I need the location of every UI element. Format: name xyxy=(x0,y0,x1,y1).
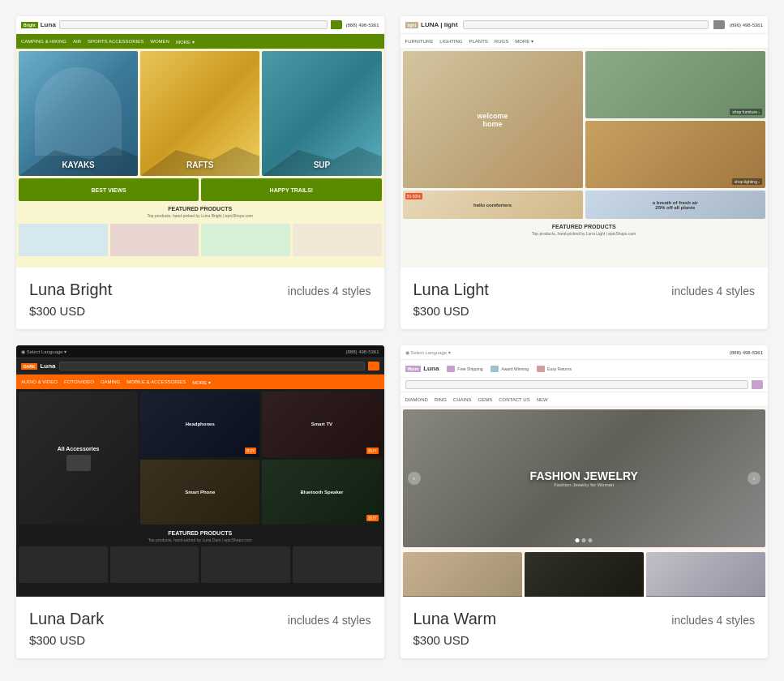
dark-cell-headphones: Headphones BUY xyxy=(140,392,259,457)
luna-warm-card[interactable]: ◉ Select Language ▾ (888) 498-5361 Warm … xyxy=(401,345,769,658)
dark-hero-main: All Accessories xyxy=(19,392,138,525)
light-top-bar: light LUNA | light (896) 498-5361 xyxy=(401,16,769,34)
light-title: Luna Light xyxy=(413,281,489,299)
bright-title-row: Luna Bright includes 4 styles xyxy=(29,281,371,299)
returns-icon xyxy=(537,366,545,372)
light-hero-main: welcomehome xyxy=(403,51,583,188)
dark-title: Luna Dark xyxy=(29,610,104,628)
warm-product-pendants: GOLD PENDANTS xyxy=(403,552,522,597)
warm-styles: includes 4 styles xyxy=(671,614,755,627)
bright-nav: CAMPING & HIKING AIR SPORTS ACCESSORIES … xyxy=(16,34,384,49)
dark-search xyxy=(59,362,365,370)
dark-hero: All Accessories Headphones BUY Smart TV … xyxy=(16,389,384,527)
luna-dark-card[interactable]: ◉ Select Language ▾ (888) 498-5361 DARK … xyxy=(16,345,384,658)
bright-banner: BEST VIEWS HAPPY TRAILS! xyxy=(16,178,384,201)
luna-warm-preview-area: ◉ Select Language ▾ (888) 498-5361 Warm … xyxy=(401,345,769,597)
light-logo: light LUNA | light xyxy=(405,21,458,28)
hero-kayaks: KAYAKS xyxy=(19,51,138,176)
warm-hero: ‹ FASHION JEWELRY Fashion Jewelry for Wo… xyxy=(403,409,766,547)
warm-price: $300 USD xyxy=(413,633,756,647)
warm-prev-arrow[interactable]: ‹ xyxy=(408,472,421,485)
warm-next-arrow[interactable]: › xyxy=(748,472,760,485)
dark-second-bar: DARK Luna xyxy=(16,358,384,375)
dark-top-bar: ◉ Select Language ▾ (888) 498-5361 xyxy=(16,345,384,358)
warm-logo: Warm Luna xyxy=(405,365,439,372)
dark-featured: FEATURED PRODUCTS Top products, hand-pic… xyxy=(16,527,384,544)
bright-price: $300 USD xyxy=(29,304,371,318)
warm-top-bar: ◉ Select Language ▾ (888) 498-5361 xyxy=(401,345,769,360)
warm-nav: DIAMOND RING CHAINS GEMS CONTACT US NEW xyxy=(401,392,769,407)
light-hero-side1: shop furniture › xyxy=(585,51,765,118)
product-grid: Bright Luna (888) 498-5361 CAMPING & HIK… xyxy=(0,0,784,675)
luna-bright-preview-area: Bright Luna (888) 498-5361 CAMPING & HIK… xyxy=(16,16,384,268)
warm-search xyxy=(405,380,749,389)
luna-dark-info: Luna Dark includes 4 styles $300 USD xyxy=(16,597,384,658)
luna-bright-mockup: Bright Luna (888) 498-5361 CAMPING & HIK… xyxy=(16,16,384,268)
luna-bright-card[interactable]: Bright Luna (888) 498-5361 CAMPING & HIK… xyxy=(16,16,384,329)
luna-warm-info: Luna Warm includes 4 styles $300 USD xyxy=(401,597,769,658)
dark-logo: DARK Luna xyxy=(21,362,56,370)
warm-product-rings: DIAMOND RINGS xyxy=(646,552,765,597)
shipping-icon xyxy=(447,366,455,372)
light-hero-side2: shop lighting › xyxy=(585,121,765,188)
dark-search-btn xyxy=(368,362,379,370)
warm-title-row: Luna Warm includes 4 styles xyxy=(413,610,756,628)
luna-light-mockup: light LUNA | light (896) 498-5361 FURNIT… xyxy=(401,16,769,268)
light-nav: FURNITURE LIGHTING PLANTS RUGS MORE ▾ xyxy=(401,34,769,49)
dark-products xyxy=(16,544,384,585)
dark-styles: includes 4 styles xyxy=(288,614,371,627)
dark-nav: AUDIO & VIDEO FOTO/VIDEO GAMING MOBILE &… xyxy=(16,375,384,389)
luna-light-info: Luna Light includes 4 styles $300 USD xyxy=(401,268,769,329)
luna-light-card[interactable]: light LUNA | light (896) 498-5361 FURNIT… xyxy=(401,16,769,329)
bright-search xyxy=(59,20,328,29)
luna-dark-preview-area: ◉ Select Language ▾ (888) 498-5361 DARK … xyxy=(16,345,384,597)
warm-carousel-dots xyxy=(576,538,593,542)
award-icon xyxy=(491,366,499,372)
dark-cell-bluetooth: Bluetooth Speaker BUY xyxy=(262,460,381,525)
luna-light-preview-area: light LUNA | light (896) 498-5361 FURNIT… xyxy=(401,16,769,268)
bright-styles: includes 4 styles xyxy=(288,285,371,298)
bright-title: Luna Bright xyxy=(29,281,112,299)
warm-title: Luna Warm xyxy=(413,610,497,628)
light-hero: welcomehome shop furniture › shop lighti… xyxy=(401,49,769,191)
hero-sup: SUP xyxy=(262,51,381,176)
bright-products xyxy=(16,221,384,259)
bright-logo: Bright Luna xyxy=(21,21,56,28)
light-search xyxy=(463,20,709,29)
warm-shipping: Warm Luna Free Shipping Award Winning Ea… xyxy=(401,360,769,378)
warm-search-btn xyxy=(752,380,763,389)
light-price: $300 USD xyxy=(413,304,756,318)
warm-search-bar xyxy=(401,378,769,392)
luna-warm-mockup: ◉ Select Language ▾ (888) 498-5361 Warm … xyxy=(401,345,769,597)
luna-bright-info: Luna Bright includes 4 styles $300 USD xyxy=(16,268,384,329)
dark-title-row: Luna Dark includes 4 styles xyxy=(29,610,371,628)
light-styles: includes 4 styles xyxy=(671,285,755,298)
dark-cell-smarttv: Smart TV BUY xyxy=(262,392,381,457)
luna-dark-mockup: ◉ Select Language ▾ (888) 498-5361 DARK … xyxy=(16,345,384,597)
bright-featured: FEATURED PRODUCTS Top products, hand-pic… xyxy=(16,201,384,221)
warm-products: GOLD PENDANTS EARRINGS DIAMOND RINGS xyxy=(401,550,769,597)
light-search-btn xyxy=(713,20,725,29)
dark-cell-smartphone: Smart Phone xyxy=(140,460,259,525)
bright-hero: KAYAKS RAFTS SUP xyxy=(16,49,384,178)
light-banner: 50-50% hello comforters a breath of fres… xyxy=(401,191,769,219)
light-featured: FEATURED PRODUCTS Top products, hand-pic… xyxy=(401,219,769,238)
bright-top-bar: Bright Luna (888) 498-5361 xyxy=(16,16,384,34)
light-title-row: Luna Light includes 4 styles xyxy=(413,281,756,299)
bright-search-btn xyxy=(331,20,342,29)
hero-rafts: RAFTS xyxy=(140,51,259,176)
dark-price: $300 USD xyxy=(29,633,371,647)
warm-product-earrings: EARRINGS xyxy=(525,552,644,597)
